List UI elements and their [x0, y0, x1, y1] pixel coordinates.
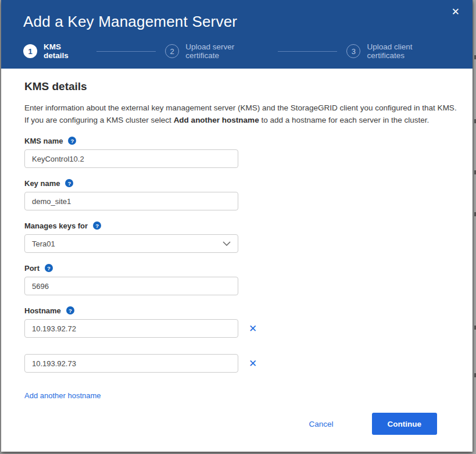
hostname-row: ✕ [24, 315, 459, 338]
add-kms-dialog: ✕ Add a Key Management Server 1 KMS deta… [1, 0, 473, 452]
port-label: Port [24, 264, 40, 273]
kms-name-input[interactable] [24, 149, 238, 168]
step-upload-client-certificates: 3 Upload client certificates [346, 42, 450, 60]
port-input[interactable] [24, 277, 238, 295]
kms-name-group: KMS name ? [24, 136, 459, 168]
hostname-group: Hostname ? ✕ ✕ [24, 306, 459, 373]
kms-name-label: KMS name [24, 137, 63, 145]
dialog-body: KMS details Enter information about the … [1, 80, 473, 435]
help-icon[interactable]: ? [65, 179, 73, 187]
manages-keys-for-label: Manages keys for [24, 221, 88, 230]
help-icon[interactable]: ? [93, 221, 101, 230]
manages-keys-for-group: Manages keys for ? Tera01 [24, 221, 459, 253]
step-1-label: KMS details [44, 42, 87, 60]
manages-keys-for-value: Tera01 [32, 239, 55, 248]
step-3-label: Upload client certificates [367, 42, 450, 60]
add-another-hostname-link[interactable]: Add another hostname [24, 391, 101, 401]
dialog-title: Add a Key Management Server [23, 12, 450, 31]
close-icon[interactable]: ✕ [452, 6, 460, 18]
step-3-circle: 3 [346, 44, 360, 58]
hostname-row: ✕ [24, 354, 459, 373]
chevron-down-icon [223, 241, 231, 246]
step-connector [278, 51, 337, 52]
help-icon[interactable]: ? [45, 264, 53, 272]
key-name-input[interactable] [24, 192, 238, 210]
dialog-footer: Cancel Continue [24, 413, 459, 435]
key-name-label: Key name [24, 179, 60, 188]
hostname-input-2[interactable] [24, 354, 238, 373]
help-icon[interactable]: ? [66, 306, 74, 314]
step-connector [96, 51, 156, 52]
description-part2: to add a hostname for each server in the… [259, 116, 430, 124]
remove-hostname-icon[interactable]: ✕ [249, 324, 257, 334]
help-icon[interactable]: ? [68, 137, 76, 145]
step-2-label: Upload server certificate [185, 42, 269, 60]
dialog-header: ✕ Add a Key Management Server 1 KMS deta… [1, 0, 473, 69]
manages-keys-for-select[interactable]: Tera01 [24, 234, 238, 253]
wizard-steps: 1 KMS details 2 Upload server certificat… [23, 42, 450, 60]
step-2-circle: 2 [165, 44, 179, 58]
step-upload-server-certificate: 2 Upload server certificate [165, 42, 269, 60]
hostname-label: Hostname [24, 306, 61, 315]
step-1-circle: 1 [23, 44, 37, 58]
hostname-input-1[interactable] [24, 319, 238, 338]
port-group: Port ? [24, 263, 459, 295]
continue-button[interactable]: Continue [372, 413, 438, 435]
description-bold: Add another hostname [174, 116, 259, 124]
cancel-button[interactable]: Cancel [309, 420, 333, 428]
remove-hostname-icon[interactable]: ✕ [249, 359, 257, 369]
step-kms-details: 1 KMS details [23, 42, 87, 60]
description-text: Enter information about the external key… [24, 102, 459, 126]
section-heading: KMS details [24, 80, 459, 93]
background-page-strip [473, 0, 476, 454]
key-name-group: Key name ? [24, 178, 459, 210]
